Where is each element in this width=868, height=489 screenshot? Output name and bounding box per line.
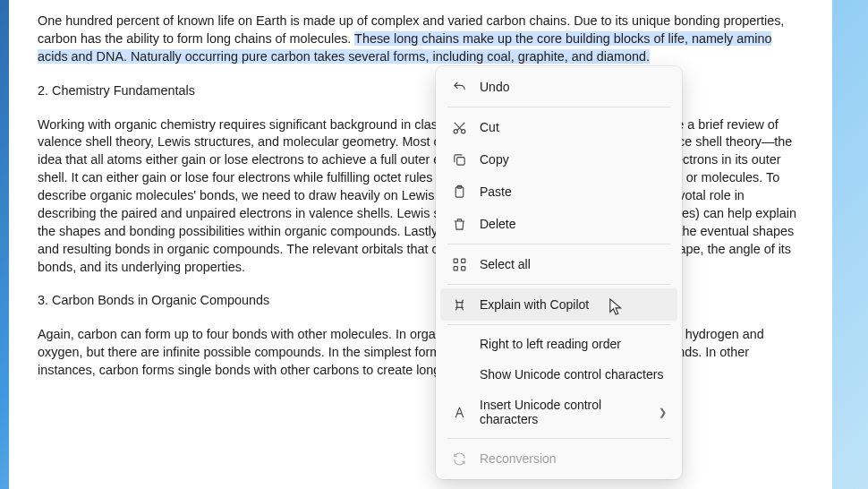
context-menu: Undo Cut Copy Paste Delete [436, 66, 682, 479]
paragraph-1[interactable]: One hundred percent of known life on Ear… [38, 13, 804, 66]
menu-undo[interactable]: Undo [440, 71, 677, 103]
menu-divider [447, 324, 670, 325]
menu-divider [447, 244, 670, 244]
document-window: One hundred percent of known life on Ear… [9, 0, 832, 489]
paste-icon [451, 184, 467, 200]
menu-paste-label: Paste [480, 184, 667, 199]
copilot-icon [451, 296, 467, 313]
cut-icon [451, 119, 467, 135]
menu-rtl[interactable]: Right to left reading order [440, 329, 677, 359]
menu-delete[interactable]: Delete [440, 208, 677, 240]
menu-explain-copilot[interactable]: Explain with Copilot [440, 288, 677, 321]
copy-icon [451, 151, 467, 167]
menu-cut[interactable]: Cut [440, 111, 677, 143]
document-body: One hundred percent of known life on Ear… [38, 0, 804, 380]
menu-copy[interactable]: Copy [440, 143, 677, 176]
menu-explain-copilot-label: Explain with Copilot [480, 297, 667, 312]
svg-point-1 [461, 129, 464, 133]
menu-reconversion: Reconversion [440, 442, 677, 475]
menu-cut-label: Cut [480, 120, 667, 134]
menu-undo-label: Undo [480, 80, 667, 94]
undo-icon [451, 79, 467, 95]
menu-divider [447, 438, 670, 439]
menu-select-all[interactable]: Select all [440, 248, 677, 280]
menu-divider [447, 107, 670, 107]
reconversion-icon [451, 450, 467, 467]
chevron-right-icon: ❯ [659, 407, 667, 418]
menu-show-unicode[interactable]: Show Unicode control characters [440, 359, 677, 390]
menu-copy-label: Copy [480, 152, 667, 167]
svg-rect-6 [461, 259, 464, 262]
menu-insert-unicode-label: Insert Unicode control characters [480, 398, 646, 426]
heading-2[interactable]: 2. Chemistry Fundamentals [38, 82, 804, 100]
svg-rect-5 [454, 259, 457, 262]
menu-reconversion-label: Reconversion [480, 451, 667, 466]
menu-select-all-label: Select all [480, 257, 667, 271]
paragraph-3[interactable]: Again, carbon can form up to four bonds … [38, 326, 804, 380]
svg-rect-7 [454, 266, 457, 270]
svg-rect-8 [461, 266, 464, 270]
select-all-icon [451, 256, 467, 272]
svg-rect-2 [456, 157, 464, 165]
heading-3[interactable]: 3. Carbon Bonds in Organic Compounds [38, 292, 804, 310]
menu-paste[interactable]: Paste [440, 176, 677, 208]
svg-point-0 [454, 129, 457, 133]
delete-icon [451, 216, 467, 232]
menu-insert-unicode[interactable]: Insert Unicode control characters ❯ [440, 390, 677, 434]
menu-divider [447, 284, 670, 285]
menu-show-unicode-label: Show Unicode control characters [480, 367, 667, 382]
menu-rtl-label: Right to left reading order [480, 337, 667, 351]
text-control-icon [451, 404, 467, 420]
menu-delete-label: Delete [480, 217, 667, 231]
paragraph-2[interactable]: Working with organic chemistry requires … [38, 116, 804, 277]
